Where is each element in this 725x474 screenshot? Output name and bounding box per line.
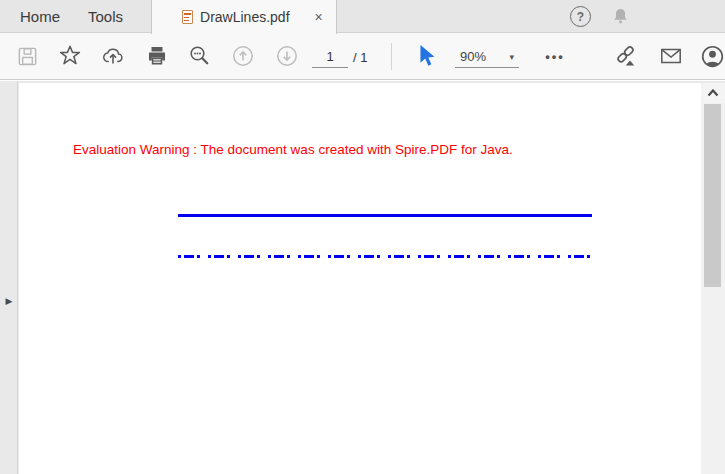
panel-expand-icon[interactable]: ▶ — [2, 293, 16, 309]
solid-blue-line — [178, 214, 592, 217]
marquee-zoom-button[interactable] — [187, 43, 213, 69]
close-icon[interactable]: × — [310, 8, 328, 26]
share-cloud-icon — [101, 44, 125, 68]
share-link-icon — [613, 44, 638, 69]
previous-page-button[interactable] — [230, 43, 256, 69]
print-button[interactable] — [144, 43, 170, 69]
document-viewport: ▶ Evaluation Warning : The document was … — [0, 81, 725, 474]
bell-glyph — [610, 6, 631, 27]
pdf-file-icon — [182, 10, 193, 24]
next-page-icon — [275, 44, 299, 68]
save-button[interactable] — [14, 43, 40, 69]
tab-bar: Home Tools DrawLines.pdf × ? — [0, 0, 725, 33]
zoom-level-dropdown[interactable]: 90% ▾ — [455, 46, 519, 68]
bell-icon[interactable] — [610, 6, 631, 27]
more-tools-button[interactable]: ••• — [540, 43, 570, 69]
star-icon — [58, 44, 82, 68]
next-page-button[interactable] — [274, 43, 300, 69]
navigation-pane-strip: ▶ — [0, 81, 18, 474]
more-tools-icon: ••• — [545, 49, 565, 64]
help-icon[interactable]: ? — [570, 6, 591, 27]
previous-page-icon — [231, 44, 255, 68]
share-link-button[interactable] — [612, 43, 638, 69]
zoom-level-value: 90% — [460, 49, 486, 64]
account-button[interactable] — [699, 43, 725, 69]
page-number-input[interactable] — [312, 46, 348, 68]
account-icon — [700, 44, 725, 69]
favorites-button[interactable] — [57, 43, 83, 69]
tools-label: Tools — [88, 8, 123, 25]
vertical-scrollbar[interactable] — [701, 83, 725, 474]
help-glyph: ? — [577, 10, 584, 24]
marquee-zoom-icon — [188, 44, 212, 68]
chevron-down-icon: ▾ — [509, 52, 514, 62]
home-label: Home — [20, 8, 60, 25]
pdf-page: Evaluation Warning : The document was cr… — [19, 83, 701, 474]
scroll-up-icon — [707, 89, 719, 97]
nav-home[interactable]: Home — [14, 0, 66, 32]
toolbar: / 1 90% ▾ ••• — [0, 33, 725, 80]
print-icon — [145, 44, 169, 68]
toolbar-divider — [391, 43, 392, 70]
select-cursor-icon — [416, 44, 438, 68]
document-tab[interactable]: DrawLines.pdf × — [151, 0, 337, 34]
scroll-up-button[interactable] — [701, 83, 725, 103]
save-icon — [16, 45, 39, 68]
email-icon — [659, 44, 683, 68]
share-cloud-button[interactable] — [100, 43, 126, 69]
nav-tools[interactable]: Tools — [82, 0, 129, 32]
page-total-label: / 1 — [353, 50, 367, 65]
dashed-blue-line — [178, 255, 592, 258]
email-button[interactable] — [658, 43, 684, 69]
evaluation-warning-text: Evaluation Warning : The document was cr… — [73, 142, 513, 157]
select-tool-button[interactable] — [414, 43, 440, 69]
scrollbar-thumb[interactable] — [704, 104, 721, 287]
tab-title: DrawLines.pdf — [200, 9, 290, 25]
